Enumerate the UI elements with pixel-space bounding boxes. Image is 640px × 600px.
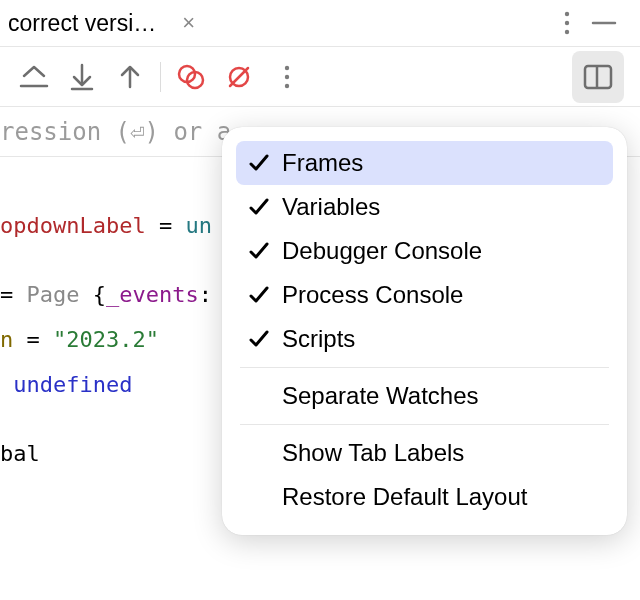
menu-item-label: Separate Watches xyxy=(282,382,479,410)
svg-point-14 xyxy=(285,83,289,87)
check-icon xyxy=(242,196,276,218)
mute-breakpoints-icon[interactable] xyxy=(215,59,263,95)
menu-item-label: Debugger Console xyxy=(282,237,482,265)
tab-bar: correct versi… × xyxy=(0,0,640,47)
step-down-icon[interactable] xyxy=(58,59,106,95)
layout-icon xyxy=(583,64,613,90)
menu-item-variables[interactable]: Variables xyxy=(236,185,613,229)
menu-item-label: Restore Default Layout xyxy=(282,483,527,511)
breakpoints-icon[interactable] xyxy=(167,59,215,95)
menu-separator xyxy=(240,367,609,368)
tab[interactable]: correct versi… × xyxy=(8,0,195,46)
menu-item-separate-watches[interactable]: Separate Watches xyxy=(236,374,613,418)
more-icon[interactable] xyxy=(263,59,311,95)
menu-separator xyxy=(240,424,609,425)
check-icon xyxy=(242,240,276,262)
menu-item-label: Show Tab Labels xyxy=(282,439,464,467)
menu-item-label: Process Console xyxy=(282,281,463,309)
variable-name: opdownLabel xyxy=(0,213,146,238)
layout-menu: FramesVariablesDebugger ConsoleProcess C… xyxy=(222,127,627,535)
svg-point-13 xyxy=(285,74,289,78)
step-out-icon[interactable] xyxy=(10,59,58,95)
variable-value: undefined xyxy=(13,372,132,397)
tab-title: correct versi… xyxy=(8,10,156,37)
svg-point-12 xyxy=(285,65,289,69)
menu-item-label: Frames xyxy=(282,149,363,177)
minimize-icon[interactable] xyxy=(590,9,618,37)
layout-button[interactable] xyxy=(572,51,624,103)
svg-point-2 xyxy=(565,30,569,34)
menu-item-debugger-console[interactable]: Debugger Console xyxy=(236,229,613,273)
variable-value: "2023.2" xyxy=(53,327,159,352)
menu-item-process-console[interactable]: Process Console xyxy=(236,273,613,317)
menu-item-show-tab-labels[interactable]: Show Tab Labels xyxy=(236,431,613,475)
debug-toolbar xyxy=(0,47,640,107)
menu-item-scripts[interactable]: Scripts xyxy=(236,317,613,361)
svg-point-1 xyxy=(565,21,569,25)
menu-item-restore-default-layout[interactable]: Restore Default Layout xyxy=(236,475,613,519)
kebab-icon[interactable] xyxy=(564,10,570,36)
divider xyxy=(160,62,161,92)
svg-point-0 xyxy=(565,12,569,16)
check-icon xyxy=(242,284,276,306)
menu-item-frames[interactable]: Frames xyxy=(236,141,613,185)
step-up-icon[interactable] xyxy=(106,59,154,95)
check-icon xyxy=(242,328,276,350)
expression-placeholder: ression (⏎) or a xyxy=(0,118,231,146)
menu-item-label: Variables xyxy=(282,193,380,221)
variable-name: _events xyxy=(106,282,199,307)
close-icon[interactable]: × xyxy=(182,12,195,34)
check-icon xyxy=(242,152,276,174)
menu-item-label: Scripts xyxy=(282,325,355,353)
variable-value: un xyxy=(185,213,212,238)
variable-name: n xyxy=(0,327,13,352)
